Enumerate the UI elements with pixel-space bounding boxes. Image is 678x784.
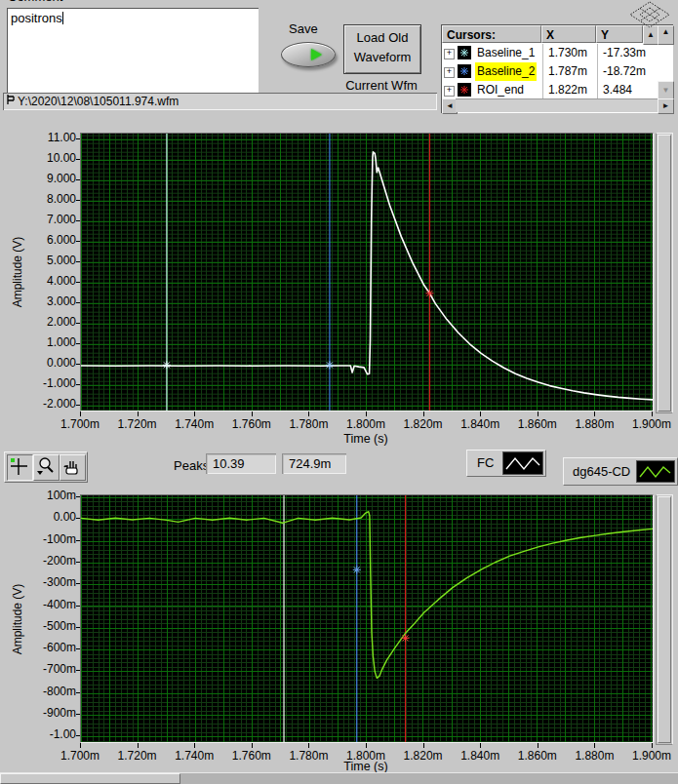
x-axis-tick-label: 1.780m	[279, 749, 338, 763]
y-axis-tick-label: -1.00	[8, 727, 76, 741]
cursor-name[interactable]: Baseline_1	[475, 44, 537, 62]
scroll-up-button[interactable]: ▲	[643, 25, 658, 45]
plot-legend-fc[interactable]: FC	[466, 450, 546, 477]
cursor-marker-Baseline_1[interactable]	[163, 361, 171, 369]
cursor-style-icon[interactable]	[458, 83, 471, 97]
y-axis-tick-label: 2.000	[8, 315, 76, 329]
scrollbar-thumb[interactable]	[658, 135, 671, 412]
y-axis-tick-label: 100m	[8, 489, 76, 502]
cursor-y-value[interactable]: -18.72m	[597, 62, 648, 81]
peaks-label: Peaks	[174, 458, 209, 473]
cursor-marker-ROI_end[interactable]	[425, 290, 433, 297]
cursor-x-value[interactable]: 1.822m	[542, 81, 601, 99]
cursor-marker-cursor_blue[interactable]	[353, 566, 361, 573]
y-axis-tick-mark	[76, 606, 80, 607]
top-graph-scrollbar[interactable]	[656, 133, 673, 413]
y-axis-tick-mark	[76, 261, 80, 262]
y-axis-tick-label: 3.000	[8, 294, 76, 308]
scroll-right-button[interactable]: ►	[658, 98, 674, 114]
load-old-waveform-button[interactable]: Load OldWaveform	[343, 24, 421, 74]
cursor-style-icon[interactable]	[458, 46, 471, 59]
cursor-style-icon[interactable]	[458, 64, 471, 78]
pan-tool-button[interactable]	[60, 454, 86, 481]
y-axis-tick-mark	[76, 343, 80, 344]
y-axis-tick-mark	[76, 323, 80, 324]
y-axis-tick-mark	[76, 583, 80, 584]
expand-icon[interactable]: +	[444, 67, 455, 78]
x-axis-tick-label: 1.900m	[622, 749, 678, 763]
cursor-y-value[interactable]: 3.484	[597, 81, 648, 99]
y-axis-tick-label: -500m	[8, 619, 76, 633]
y-axis-tick-label: -700m	[8, 662, 76, 676]
save-led-triangle-icon	[311, 49, 322, 60]
window-horizontal-scrollbar[interactable]	[0, 772, 678, 784]
graph-palette	[4, 451, 88, 483]
x-axis-tick-mark	[538, 743, 538, 748]
current-wfm-path-field[interactable]: Y:\2020\12\08\105011.974.wfm	[3, 93, 437, 110]
cursor-marker-cursor_red[interactable]	[402, 634, 410, 642]
scrollbar-thumb[interactable]	[658, 496, 671, 743]
y-axis-tick-mark	[76, 496, 80, 497]
y-axis-tick-mark	[76, 200, 80, 201]
labview-front-panel: { "comment": { "label": "Comment", "valu…	[0, 0, 678, 784]
cursor-name[interactable]: ROI_end	[475, 81, 526, 99]
cursor-row-Baseline_1[interactable]: +Baseline_11.730m-17.33m	[442, 44, 643, 62]
save-button[interactable]	[281, 42, 336, 67]
legend-fc-line-icon	[502, 451, 543, 475]
x-axis-tick-mark	[366, 743, 367, 748]
x-axis-tick-label: 1.800m	[337, 417, 395, 431]
expand-icon[interactable]: +	[444, 49, 455, 59]
waveform-trace-layer	[81, 495, 653, 742]
cursor-x-value[interactable]: 1.787m	[542, 62, 601, 81]
y-axis-tick-label: -1.000	[8, 376, 76, 390]
cursor-table-header-x[interactable]: X	[541, 25, 596, 43]
cursor-y-value[interactable]: -17.33m	[597, 44, 648, 62]
y-axis-tick-mark	[76, 648, 80, 649]
x-axis-tick-mark	[80, 743, 81, 748]
decor-diamond-icon	[626, 1, 673, 28]
waveform-graph-top[interactable]	[80, 133, 654, 412]
expand-icon[interactable]: +	[444, 86, 455, 97]
peak-value-1: 10.39	[206, 453, 276, 474]
scroll-up-button-2[interactable]: ▲	[658, 25, 674, 45]
plot-legend-dg645[interactable]: dg645-CD	[563, 457, 678, 486]
cursor-row-Baseline_2[interactable]: +Baseline_21.787m-18.72m	[442, 62, 643, 81]
h-scroll-track[interactable]	[456, 98, 658, 112]
x-axis-tick-mark	[80, 412, 81, 416]
y-axis-tick-mark	[76, 670, 80, 671]
y-axis-tick-label: -400m	[8, 598, 76, 611]
x-axis-tick-label: 1.720m	[108, 417, 167, 431]
cursor-tool-button[interactable]	[7, 454, 33, 481]
x-axis-tick-label: 1.900m	[622, 417, 678, 431]
x-axis-tick-label: 1.760m	[222, 417, 281, 431]
x-axis-tick-mark	[594, 743, 595, 748]
zoom-tool-button[interactable]	[33, 454, 60, 481]
y-axis-tick-label: 5.000	[8, 254, 76, 267]
peak-value-2: 724.9m	[282, 453, 346, 474]
y-axis-tick-label: 7.000	[8, 213, 76, 226]
path-type-icon	[6, 93, 18, 110]
y-axis-tick-mark	[76, 138, 80, 139]
bottom-graph-scrollbar[interactable]	[656, 494, 673, 745]
y-axis-tick-mark	[76, 714, 80, 715]
comment-input[interactable]: positrons	[7, 8, 259, 95]
y-axis-tick-label: -300m	[8, 575, 76, 589]
save-label: Save	[289, 21, 318, 36]
cursor-legend-table[interactable]: Cursors:XY▲▲+Baseline_11.730m-17.33m+Bas…	[441, 24, 673, 113]
x-axis-tick-label: 1.700m	[51, 417, 109, 431]
x-axis-tick-label: 1.720m	[108, 749, 167, 763]
cursor-name[interactable]: Baseline_2	[475, 62, 537, 81]
x-axis-tick-label: 1.800m	[337, 749, 395, 763]
x-axis-tick-mark	[308, 743, 309, 748]
x-axis-tick-label: 1.760m	[222, 749, 281, 763]
waveform-graph-bottom[interactable]	[80, 494, 654, 743]
cursor-marker-Baseline_2[interactable]	[326, 361, 334, 369]
cursor-row-ROI_end[interactable]: +ROI_end1.822m3.484	[442, 81, 643, 99]
scroll-down-button[interactable]: ▼	[658, 81, 674, 99]
x-axis-tick-mark	[366, 412, 367, 416]
y-axis-tick-label: 9.000	[8, 172, 76, 185]
cursor-x-value[interactable]: 1.730m	[542, 44, 601, 62]
cursor-table-header-name[interactable]: Cursors:	[442, 25, 541, 43]
scrollbar-thumb[interactable]	[0, 773, 180, 784]
x-axis-tick-label: 1.860m	[508, 749, 567, 763]
